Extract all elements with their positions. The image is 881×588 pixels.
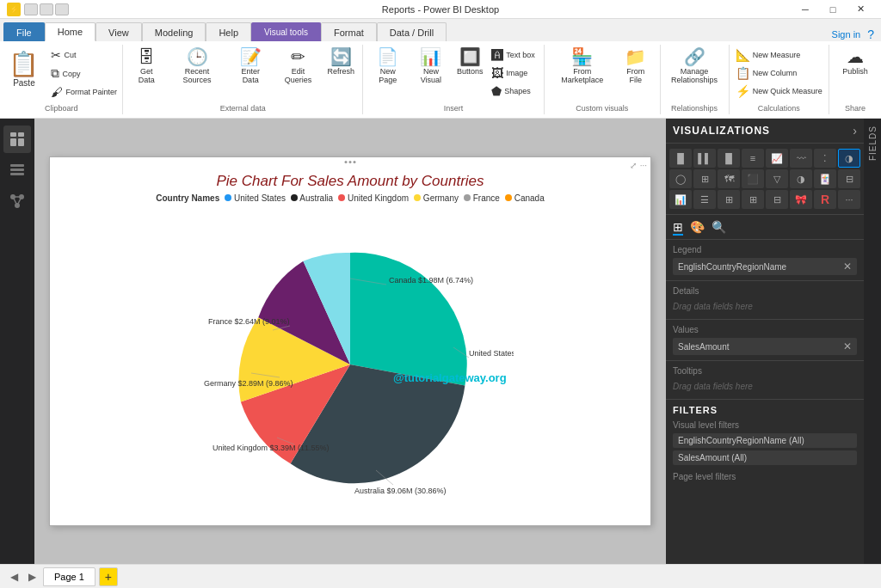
text-box-button[interactable]: 🅰 Text box [488, 46, 539, 64]
tooltips-section-label: Tooltips [673, 366, 857, 376]
fields-sidebar[interactable]: FIELDS [864, 119, 881, 564]
legend-field-value: EnglishCountryRegionName [678, 262, 786, 272]
tab-file[interactable]: File [3, 22, 45, 41]
viz-bar-chart[interactable]: ▐▌ [669, 149, 692, 168]
format-painter-button[interactable]: 🖌 Format Painter [47, 83, 120, 101]
viz-treemap[interactable]: ⊞ [693, 169, 716, 188]
viz-map[interactable]: 🗺 [718, 169, 740, 188]
viz-filled-map[interactable]: ⬛ [742, 169, 764, 188]
page-tab-1[interactable]: Page 1 [43, 567, 95, 586]
model-view-button[interactable] [3, 187, 31, 215]
canvas-area[interactable]: ⤢ ··· Pie Chart For Sales Amount by Coun… [34, 119, 666, 564]
viz-matrix[interactable]: ⊞ [742, 190, 764, 209]
tab-help[interactable]: Help [206, 22, 251, 41]
viz-table[interactable]: ⊞ [718, 190, 740, 209]
shapes-button[interactable]: ⬟ Shapes [488, 83, 539, 100]
filters-title: FILTERS [673, 405, 857, 415]
paste-button[interactable]: 📋 Paste [2, 46, 46, 91]
viz-funnel[interactable]: ▽ [766, 169, 788, 188]
page-next[interactable]: ▶ [25, 569, 40, 585]
viz-card[interactable]: 🃏 [814, 169, 836, 188]
viz-more[interactable]: ··· [838, 190, 860, 209]
minimize-button[interactable]: ─ [792, 0, 819, 19]
legend-remove[interactable]: ✕ [843, 260, 852, 273]
get-data-button[interactable]: 🗄 Get Data [128, 46, 164, 86]
tab-home[interactable]: Home [45, 22, 95, 41]
new-quick-measure-button[interactable]: ⚡ New Quick Measure [732, 83, 826, 100]
tab-data-drill[interactable]: Data / Drill [377, 22, 447, 41]
pie-chart-svg: Canada $1.98M (6.74%) United States $9.3… [187, 231, 514, 498]
viz-stacked-bar[interactable]: ▌▌ [693, 149, 716, 168]
tab-modeling[interactable]: Modeling [142, 22, 206, 41]
viz-donut[interactable]: ◯ [669, 169, 692, 188]
from-file-button[interactable]: 📁 From File [617, 46, 655, 86]
viz-pie[interactable]: ◑ [838, 149, 860, 168]
viz-hbar[interactable]: ≡ [742, 149, 764, 168]
viz-area[interactable]: 〰 [790, 149, 812, 168]
publish-button[interactable]: ☁ Publish [839, 46, 872, 77]
relationships-content: 🔗 ManageRelationships [668, 46, 721, 102]
viz-100pct-bar[interactable]: ▐▌ [718, 149, 740, 168]
legend-field-pill[interactable]: EnglishCountryRegionName ✕ [673, 258, 857, 275]
tab-fields[interactable]: ⊞ [673, 220, 683, 236]
legend-de: Germany [414, 193, 459, 203]
viz-scatter[interactable]: ⁚ [814, 149, 836, 168]
tab-format[interactable]: Format [321, 22, 377, 41]
viz-slicer[interactable]: ☰ [693, 190, 716, 209]
redo[interactable] [55, 3, 69, 15]
enter-data-button[interactable]: 📝 Enter Data [230, 46, 271, 86]
new-visual-button[interactable]: 📊 New Visual [410, 46, 453, 86]
recent-sources-button[interactable]: 🕒 Recent Sources [168, 46, 226, 86]
viz-kpi[interactable]: 📊 [669, 190, 692, 209]
values-remove[interactable]: ✕ [843, 340, 852, 352]
add-page-button[interactable]: + [99, 567, 118, 586]
viz-line[interactable]: 📈 [766, 149, 788, 168]
from-marketplace-button[interactable]: 🏪 From Marketplace [550, 46, 615, 86]
viz-panel-expand[interactable]: › [853, 124, 857, 138]
tab-analytics[interactable]: 🔍 [712, 220, 726, 236]
tab-format[interactable]: 🎨 [690, 220, 705, 236]
report-view-button[interactable] [3, 126, 31, 153]
data-view-button[interactable] [3, 156, 31, 184]
copy-button[interactable]: ⧉ Copy [47, 64, 120, 83]
new-page-button[interactable]: 📄 New Page [368, 46, 408, 86]
edit-queries-button[interactable]: ✏ Edit Queries [274, 46, 321, 86]
focus-icon[interactable]: ⤢ [630, 161, 637, 170]
filter-sales[interactable]: SalesAmount (All) [673, 450, 857, 465]
image-button[interactable]: 🖼 Image [488, 64, 539, 82]
viz-ribbon[interactable]: 🎀 [790, 190, 812, 209]
new-measure-label: New Measure [753, 51, 801, 59]
viz-r-script[interactable]: R [814, 190, 836, 209]
close-button[interactable]: ✕ [847, 0, 874, 19]
viz-gauge[interactable]: ◑ [790, 169, 812, 188]
tab-view[interactable]: View [95, 22, 142, 41]
new-column-button[interactable]: 📋 New Column [732, 64, 826, 82]
buttons-button[interactable]: 🔲 Buttons [454, 46, 485, 77]
signin-area[interactable]: Sign in ? [832, 28, 881, 41]
values-field-pill[interactable]: SalesAmount ✕ [673, 338, 857, 355]
manage-relationships-button[interactable]: 🔗 ManageRelationships [668, 46, 721, 86]
page-prev[interactable]: ◀ [7, 569, 22, 585]
viz-waterfall[interactable]: ⊟ [766, 190, 788, 209]
signin-link[interactable]: Sign in [832, 29, 861, 40]
fields-label[interactable]: FIELDS [868, 126, 878, 161]
undo[interactable] [40, 3, 53, 15]
viz-multicard[interactable]: ⊟ [838, 169, 860, 188]
details-section-label: Details [673, 286, 857, 296]
refresh-button[interactable]: 🔄 Refresh [325, 46, 357, 77]
maximize-button[interactable]: □ [819, 0, 847, 19]
cut-button[interactable]: ✂ Cut [47, 46, 120, 64]
tab-visual-tools[interactable]: Visual tools [251, 22, 321, 41]
svg-rect-3 [18, 138, 24, 146]
more-icon[interactable]: ··· [640, 161, 647, 170]
filter-country[interactable]: EnglishCountryRegionName (All) [673, 433, 857, 448]
tooltips-section: Tooltips Drag data fields here [666, 361, 864, 400]
segment-us[interactable] [350, 252, 467, 385]
new-measure-button[interactable]: 📐 New Measure [732, 46, 826, 64]
legend-section: Legend EnglishCountryRegionName ✕ [666, 240, 864, 281]
file-label: From File [620, 67, 651, 84]
quick-save[interactable] [24, 3, 38, 15]
svg-rect-1 [18, 132, 24, 137]
details-section: Details Drag data fields here [666, 281, 864, 320]
help-icon[interactable]: ? [867, 28, 874, 41]
